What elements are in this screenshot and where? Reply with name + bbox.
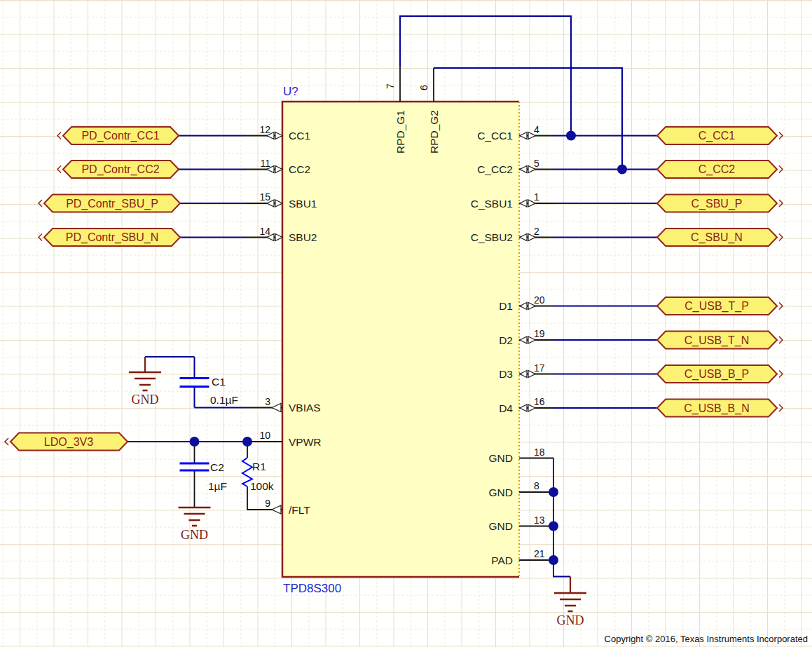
port-label: C_USB_B_N: [684, 402, 749, 415]
c2-value: 1µF: [208, 480, 227, 492]
pin-name-gnd: GND: [489, 520, 513, 532]
gnd-label: GND: [181, 528, 208, 542]
r1-ref: R1: [252, 461, 266, 472]
port-c-sbu-p[interactable]: C_SBU_P: [657, 195, 783, 212]
r1-value: 100k: [250, 480, 274, 492]
pin-name-rpd-g1: RPD_G1: [394, 110, 406, 154]
port-label: C_SBU_N: [691, 231, 743, 244]
port-label: PD_Contr_CC1: [81, 130, 159, 142]
pin-name-rpd-g2: RPD_G2: [428, 110, 440, 154]
junction-dot: [566, 131, 576, 141]
pin-name-cc2: CC2: [289, 163, 310, 175]
pin-name-sbu1: SBU1: [289, 198, 317, 210]
junction-dot: [549, 487, 558, 497]
port-label: C_USB_T_P: [684, 300, 749, 313]
copyright-notice: Copyright © 2016, Texas Instruments Inco…: [605, 634, 808, 644]
port-c-usb-b-n[interactable]: C_USB_B_N: [657, 400, 783, 417]
pin-name-c-sbu2: C_SBU2: [471, 231, 513, 243]
port-c-cc1[interactable]: C_CC1: [657, 127, 783, 144]
pin-number: 13: [534, 515, 545, 526]
port-label: LDO_3V3: [44, 436, 93, 449]
pin-number: 8: [534, 480, 539, 491]
pin-name-gnd: GND: [489, 486, 513, 498]
pin-name-d1: D1: [499, 300, 513, 312]
junction-dot: [617, 165, 627, 175]
port-pd-contr-sbu-n[interactable]: PD_Contr_SBU_N: [39, 229, 180, 246]
pin-number: 7: [385, 83, 396, 89]
pin-number: 14: [259, 226, 270, 237]
pin-name-d4: D4: [499, 402, 513, 414]
pin-name-c-sbu1: C_SBU1: [471, 198, 513, 210]
c1-value: 0.1µF: [210, 394, 238, 406]
pin-name-d2: D2: [499, 334, 513, 346]
port-label: C_CC1: [699, 130, 736, 142]
pin-name-c-cc2: C_CC2: [477, 163, 513, 175]
port-label: PD_Contr_CC2: [81, 163, 159, 176]
pin-name-gnd: GND: [489, 452, 513, 464]
pin-name-cc1: CC1: [289, 130, 310, 142]
pin-number: 17: [534, 362, 545, 374]
pin-number: 9: [265, 498, 270, 509]
c1-ref: C1: [212, 376, 226, 388]
pin-number: 16: [534, 396, 545, 407]
port-label: PD_Contr_SBU_P: [66, 198, 158, 210]
port-pd-contr-cc2[interactable]: PD_Contr_CC2: [57, 161, 179, 178]
pin-number: 18: [534, 447, 545, 458]
pin-number: 15: [259, 191, 270, 203]
junction-dot: [549, 555, 558, 565]
port-c-cc2[interactable]: C_CC2: [657, 161, 783, 178]
gnd-label: GND: [557, 613, 584, 627]
gnd-label: GND: [132, 393, 159, 407]
pin-number: 5: [534, 158, 539, 169]
port-c-usb-t-n[interactable]: C_USB_T_N: [657, 332, 783, 349]
pin-name-vpwr: VPWR: [289, 436, 322, 448]
pin-name-sbu2: SBU2: [289, 231, 317, 243]
pin-number: 6: [418, 85, 429, 90]
port-c-usb-t-p[interactable]: C_USB_T_P: [657, 297, 783, 315]
junction-dot: [190, 437, 200, 447]
port-label: C_CC2: [699, 163, 736, 176]
pin-name-c-cc1: C_CC1: [477, 130, 513, 142]
pin-number: 21: [534, 548, 545, 559]
pin-number: 3: [265, 396, 270, 407]
port-label: PD_Contr_SBU_N: [66, 231, 159, 244]
junction-dot: [549, 522, 558, 531]
port-pd-contr-sbu-p[interactable]: PD_Contr_SBU_P: [39, 195, 180, 212]
c2-ref: C2: [210, 461, 224, 473]
pin-number: 2: [534, 226, 539, 237]
port-label: C_USB_B_P: [684, 368, 750, 381]
ic-designator: U?: [283, 85, 298, 98]
junction-dot: [242, 437, 252, 447]
pin-number: 4: [534, 124, 539, 135]
pin-number: 11: [260, 158, 270, 169]
port-pd-contr-cc1[interactable]: PD_Contr_CC1: [57, 127, 179, 144]
pin-number: 20: [534, 294, 545, 306]
port-label: C_SBU_P: [691, 198, 743, 210]
port-c-sbu-n[interactable]: C_SBU_N: [657, 229, 783, 246]
port-label: C_USB_T_N: [684, 334, 749, 347]
ic-part-number: TPD8S300: [283, 582, 341, 595]
pin-number: 12: [259, 124, 270, 135]
pin-name-d3: D3: [499, 368, 513, 380]
schematic-canvas: GND GND GND PD_Contr_CC1 PD_Contr_CC2: [0, 0, 812, 647]
port-ldo-3v3[interactable]: LDO_3V3: [5, 433, 128, 451]
pin-name-vbias: VBIAS: [289, 402, 321, 414]
port-c-usb-b-p[interactable]: C_USB_B_P: [657, 365, 783, 383]
pin-name-flt: /FLT: [289, 504, 310, 516]
pin-number: 19: [534, 328, 545, 339]
pin-number: 1: [534, 191, 539, 203]
pin-number: 10: [259, 430, 270, 441]
pin-name-pad: PAD: [491, 554, 513, 566]
